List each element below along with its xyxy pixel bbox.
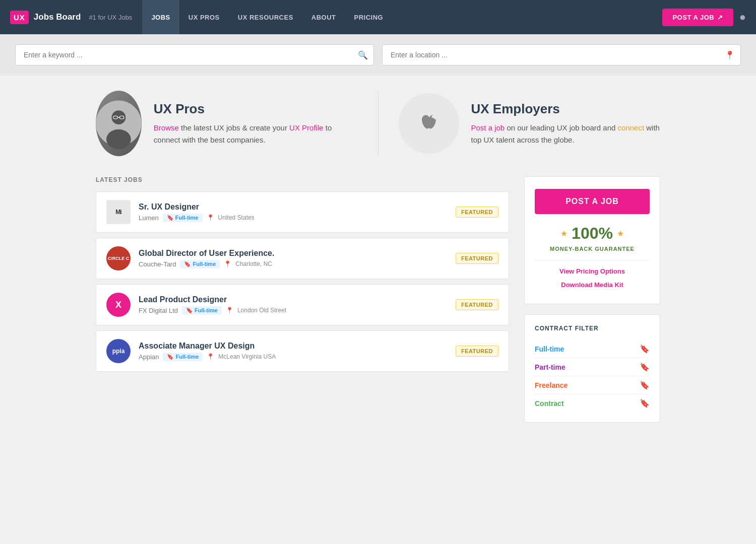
- filter-freelance[interactable]: Freelance 🔖: [535, 376, 650, 394]
- ux-employers-text: UX Employers Post a job on our leading U…: [471, 101, 661, 146]
- nav-about[interactable]: ABOUT: [302, 0, 345, 34]
- person-silhouette: [96, 91, 142, 156]
- post-a-job-link[interactable]: Post a job: [471, 123, 505, 132]
- hero-divider: [378, 91, 379, 156]
- nav-links: JOBS UX PROS UX RESOURCES ABOUT PRICING: [142, 0, 662, 34]
- sidebar-divider: [535, 260, 650, 260]
- job-location: Charlotte, NC: [235, 260, 272, 267]
- contract-filter: CONTRACT FILTER Full-time 🔖 Part-time 🔖 …: [524, 314, 660, 423]
- keyword-input[interactable]: [15, 44, 374, 65]
- job-info: Associate Manager UX Design Appian 🔖 Ful…: [139, 342, 448, 361]
- job-location: London Old Street: [237, 307, 286, 314]
- browse-link[interactable]: Browse: [154, 123, 179, 132]
- job-location: United States: [218, 214, 255, 221]
- filter-parttime[interactable]: Part-time 🔖: [535, 358, 650, 376]
- filter-parttime-label: Part-time: [535, 363, 565, 371]
- lower-section: LATEST JOBS Mi Sr. UX Designer Lumen 🔖 F…: [96, 176, 660, 423]
- location-input-wrap: 📍: [382, 44, 741, 65]
- job-logo: X: [106, 293, 131, 317]
- search-bar: 🔍 📍: [0, 34, 756, 76]
- job-logo: Mi: [106, 200, 131, 224]
- location-icon: 📍: [224, 260, 231, 267]
- post-job-sidebar-button[interactable]: POST A JOB: [535, 189, 650, 214]
- hero-section: UX Pros Browse the latest UX jobs & crea…: [96, 91, 660, 156]
- star-right-icon: ★: [617, 229, 624, 238]
- job-company: FX Digital Ltd: [139, 307, 178, 314]
- ux-pros-text: UX Pros Browse the latest UX jobs & crea…: [154, 101, 358, 146]
- job-title: Lead Product Designer: [139, 295, 448, 304]
- location-icon: 📍: [226, 307, 233, 314]
- post-job-sidebar: POST A JOB ★ 100% ★ MONEY-BACK GUARANTEE…: [524, 176, 660, 304]
- nav-pricing[interactable]: PRICING: [345, 0, 393, 34]
- job-title: Global Director of User Experience.: [139, 249, 448, 258]
- job-info: Lead Product Designer FX Digital Ltd 🔖 F…: [139, 295, 448, 315]
- nav-right: POST A JOB ↗ ●: [662, 9, 746, 26]
- job-meta: Lumen 🔖 Full-time 📍 United States: [139, 214, 448, 222]
- featured-badge: FEATURED: [456, 253, 498, 264]
- job-info: Sr. UX Designer Lumen 🔖 Full-time 📍 Unit…: [139, 202, 448, 222]
- location-input[interactable]: [382, 44, 741, 65]
- main-content: UX Pros Browse the latest UX jobs & crea…: [86, 76, 670, 438]
- nav-jobs[interactable]: JOBS: [142, 0, 179, 34]
- ux-pros-description: Browse the latest UX jobs & create your …: [154, 122, 358, 146]
- filter-fulltime-label: Full-time: [535, 345, 564, 353]
- parttime-bookmark-icon: 🔖: [640, 362, 650, 372]
- job-title: Associate Manager UX Design: [139, 342, 448, 351]
- job-type-badge: 🔖 Full-time: [180, 260, 220, 268]
- external-link-icon: ↗: [717, 14, 723, 21]
- guarantee-percentage: 100%: [572, 224, 613, 243]
- view-pricing-link[interactable]: View Pricing Options: [535, 264, 650, 278]
- ux-employers-heading: UX Employers: [471, 101, 661, 117]
- filter-contract[interactable]: Contract 🔖: [535, 394, 650, 412]
- job-meta: Couche-Tard 🔖 Full-time 📍 Charlotte, NC: [139, 260, 448, 268]
- guarantee-section: ★ 100% ★: [535, 224, 650, 243]
- bookmark-icon: 🔖: [167, 354, 174, 360]
- post-job-button[interactable]: POST A JOB ↗: [662, 9, 733, 26]
- location-icon: 📍: [207, 214, 214, 221]
- apple-logo-icon: [409, 103, 449, 144]
- job-card[interactable]: Mi Sr. UX Designer Lumen 🔖 Full-time 📍 U…: [96, 191, 509, 233]
- job-title: Sr. UX Designer: [139, 202, 448, 212]
- ux-pros-card: UX Pros Browse the latest UX jobs & crea…: [96, 91, 358, 156]
- featured-badge: FEATURED: [456, 299, 498, 310]
- connect-link[interactable]: connect: [618, 123, 645, 132]
- download-media-link[interactable]: Download Media Kit: [535, 278, 650, 292]
- job-company: Couche-Tard: [139, 260, 176, 268]
- ux-employers-avatar: [399, 93, 459, 154]
- job-company: Appian: [139, 353, 159, 361]
- job-card[interactable]: X Lead Product Designer FX Digital Ltd 🔖…: [96, 284, 509, 325]
- job-type-badge: 🔖 Full-time: [163, 353, 203, 361]
- ux-profile-link[interactable]: UX Profile: [289, 123, 324, 132]
- navbar: UX Jobs Board #1 for UX Jobs JOBS UX PRO…: [0, 0, 756, 34]
- job-card[interactable]: CIRCLE C Global Director of User Experie…: [96, 238, 509, 279]
- ux-pros-heading: UX Pros: [154, 101, 358, 117]
- filter-freelance-label: Freelance: [535, 381, 568, 389]
- jobs-section: LATEST JOBS Mi Sr. UX Designer Lumen 🔖 F…: [96, 176, 509, 377]
- ux-pros-avatar: [96, 91, 142, 156]
- location-pin-icon: 📍: [725, 50, 735, 60]
- job-meta: Appian 🔖 Full-time 📍 McLean Virginia USA: [139, 353, 448, 361]
- brand: UX Jobs Board: [10, 11, 81, 24]
- bookmark-icon: 🔖: [184, 261, 191, 267]
- job-logo: CIRCLE C: [106, 246, 131, 270]
- ux-employers-description: Post a job on our leading UX job board a…: [471, 122, 661, 146]
- filter-fulltime[interactable]: Full-time 🔖: [535, 340, 650, 358]
- keyword-input-wrap: 🔍: [15, 44, 374, 65]
- fulltime-bookmark-icon: 🔖: [640, 344, 650, 354]
- job-type-badge: 🔖 Full-time: [163, 214, 203, 222]
- bookmark-icon: 🔖: [186, 307, 193, 314]
- job-info: Global Director of User Experience. Couc…: [139, 249, 448, 268]
- user-icon[interactable]: ●: [739, 11, 746, 24]
- job-card[interactable]: ppia Associate Manager UX Design Appian …: [96, 330, 509, 372]
- job-company: Lumen: [139, 214, 159, 222]
- money-back-label: MONEY-BACK GUARANTEE: [535, 246, 650, 252]
- featured-badge: FEATURED: [456, 346, 498, 357]
- nav-ux-pros[interactable]: UX PROS: [179, 0, 229, 34]
- svg-point-2: [106, 129, 131, 149]
- job-type-badge: 🔖 Full-time: [182, 306, 222, 315]
- contract-filter-title: CONTRACT FILTER: [535, 325, 650, 332]
- nav-ux-resources[interactable]: UX RESOURCES: [229, 0, 302, 34]
- freelance-bookmark-icon: 🔖: [640, 380, 650, 390]
- star-left-icon: ★: [560, 229, 568, 238]
- search-icon: 🔍: [358, 50, 368, 60]
